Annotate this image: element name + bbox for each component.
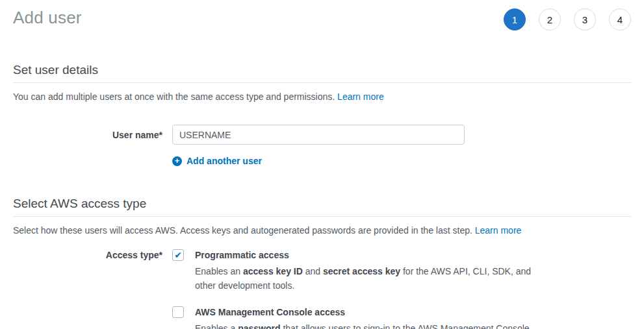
console-access-title: AWS Management Console access [195,306,532,318]
access-type-section: Select AWS access type Select how these … [13,197,631,329]
plus-circle-icon: + [172,156,182,166]
add-another-user-button[interactable]: + Add another user [172,156,262,166]
console-access-description: Enables a password that allows users to … [195,321,532,329]
programmatic-access-description: Enables an access key ID and secret acce… [195,264,546,293]
console-access-checkbox[interactable] [172,306,184,318]
add-user-page: Add user 1 2 3 4 Set user details You ca… [0,0,644,329]
step-indicator-1: 1 [504,8,526,30]
page-header: Add user 1 2 3 4 [13,0,631,40]
option-console-access: AWS Management Console access Enables a … [172,306,546,329]
step-indicator-4: 4 [609,8,631,30]
access-type-learn-more-link[interactable]: Learn more [475,225,522,236]
username-input[interactable] [172,125,465,145]
add-another-user-label: Add another user [187,156,262,166]
add-another-row: + Add another user [13,154,631,166]
user-details-intro: You can add multiple users at once with … [13,91,631,103]
step-indicator-3: 3 [574,8,596,30]
option-programmatic-access: ✔ Programmatic access Enables an access … [172,249,546,293]
wizard-step-indicator: 1 2 3 4 [504,8,631,30]
programmatic-access-checkbox[interactable]: ✔ [172,249,184,261]
username-label: User name* [13,125,162,145]
user-details-intro-text: You can add multiple users at once with … [13,91,335,102]
username-row: User name* [13,125,631,145]
checkmark-icon: ✔ [174,250,182,260]
access-type-row: Access type* ✔ Programmatic access Enabl… [13,249,631,329]
access-type-intro-text: Select how these users will access AWS. … [13,225,472,236]
programmatic-access-title: Programmatic access [195,249,546,261]
step-indicator-2: 2 [539,8,561,30]
page-title: Add user [13,8,82,27]
access-type-label: Access type* [13,249,162,329]
username-field-wrap [172,125,465,145]
user-details-section: Set user details You can add multiple us… [13,63,631,166]
access-type-heading: Select AWS access type [13,197,631,217]
user-details-learn-more-link[interactable]: Learn more [337,91,384,102]
access-type-intro: Select how these users will access AWS. … [13,225,631,236]
user-details-heading: Set user details [13,63,631,83]
